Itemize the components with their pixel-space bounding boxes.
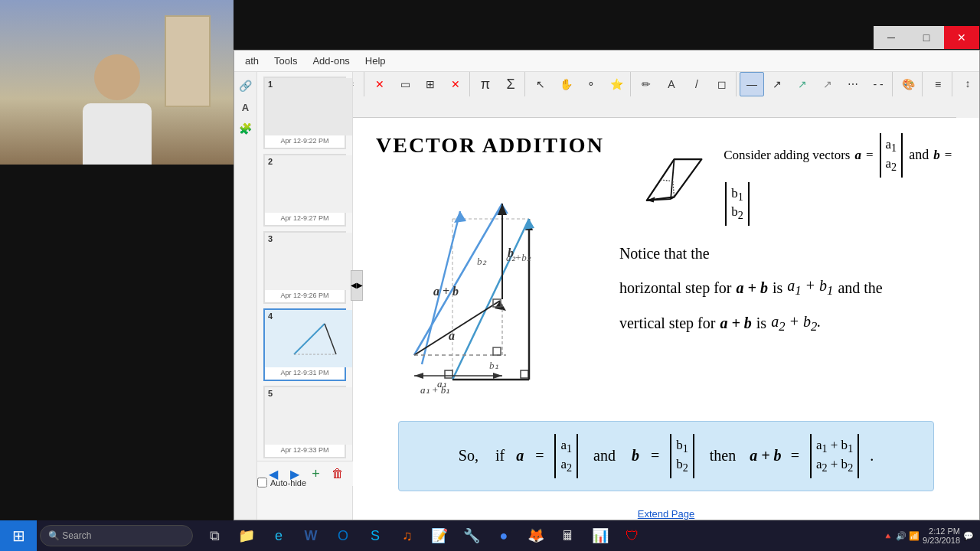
slide-thumb-2[interactable]: 2 Apr 12-9:27 PM bbox=[263, 154, 346, 227]
notification-btn[interactable]: 💬 bbox=[963, 531, 974, 541]
tb-circle-btn[interactable]: ⚬ bbox=[579, 72, 603, 96]
slide-num-4: 4 bbox=[268, 311, 273, 321]
tb-pi-btn[interactable]: π bbox=[473, 72, 498, 96]
font-btn[interactable]: A bbox=[237, 98, 255, 116]
firefox-btn[interactable]: 🦊 bbox=[521, 520, 551, 551]
slide-thumb-3[interactable]: 3 Apr 12-9:26 PM bbox=[263, 231, 346, 304]
system-tray: 🔺 🔊 📶 bbox=[883, 531, 920, 541]
tb-arrow1-btn[interactable]: ↗ bbox=[765, 72, 789, 96]
bold-a: a bbox=[854, 148, 861, 163]
settings-icon2[interactable]: ↕ bbox=[956, 72, 979, 95]
app10-btn[interactable]: 🛡 bbox=[617, 520, 648, 551]
ab-bold-1: a + b bbox=[737, 276, 768, 300]
notice-text: Notice that the bbox=[619, 241, 956, 266]
taskbar-pinned-apps: ⧉ 📁 e W O S ♫ 📝 🔧 ● 🦊 🖩 📊 🛡 bbox=[199, 520, 648, 551]
outlook-btn[interactable]: O bbox=[328, 520, 358, 551]
task-view-btn[interactable]: ⧉ bbox=[199, 520, 230, 551]
tb-delete2-btn[interactable]: ✕ bbox=[443, 72, 468, 96]
add-slide-btn[interactable]: + bbox=[307, 465, 325, 483]
tb-table-btn[interactable]: ⊞ bbox=[418, 72, 443, 96]
menu-math[interactable]: ath bbox=[237, 52, 266, 70]
slide-thumb-1[interactable]: 1 Apr 12-9:22 PM bbox=[263, 77, 346, 149]
menubar: ath Tools Add-ons Help bbox=[234, 51, 979, 72]
action-sidebar: 🔗 A 🧩 bbox=[234, 72, 257, 520]
autohide-label: Auto-hide bbox=[270, 478, 306, 487]
minimize-button[interactable]: ─ bbox=[874, 26, 909, 49]
skype-btn[interactable]: S bbox=[360, 520, 390, 551]
svg-marker-12 bbox=[524, 219, 534, 230]
file-explorer-btn[interactable]: 📁 bbox=[231, 520, 262, 551]
tb-line-btn[interactable]: / bbox=[684, 72, 709, 96]
tb-line1-btn[interactable]: — bbox=[740, 72, 764, 96]
autohide-area: Auto-hide bbox=[257, 478, 306, 487]
tb-text-btn[interactable]: A bbox=[659, 72, 684, 96]
menu-help[interactable]: Help bbox=[358, 52, 394, 70]
equals2: = bbox=[945, 148, 952, 163]
formula-box: So, if a = a1 a2 and b = b1 b2 then a + … bbox=[398, 421, 934, 491]
svg-line-16 bbox=[673, 181, 675, 197]
tb-shape-btn[interactable]: ◻ bbox=[710, 72, 734, 96]
bold-a2: a bbox=[516, 447, 524, 465]
taskbar-time: 2:12 PM 9/23/2018 bbox=[923, 527, 960, 545]
tb-delete-red[interactable]: ✕ bbox=[368, 72, 392, 96]
slide-thumb-5[interactable]: 5 Apr 12-9:33 PM bbox=[263, 386, 346, 458]
word-btn[interactable]: W bbox=[296, 520, 326, 551]
svg-line-11 bbox=[452, 219, 529, 380]
slide-date-2: Apr 12-9:27 PM bbox=[265, 213, 345, 225]
app7-btn[interactable]: 🔧 bbox=[456, 520, 487, 551]
tb-list-btn[interactable]: ≡ bbox=[926, 72, 950, 96]
notepad-btn[interactable]: 📝 bbox=[424, 520, 455, 551]
tb-arrow3-btn[interactable]: ↗ bbox=[815, 72, 840, 96]
ab-bold-2: a + b bbox=[720, 311, 751, 335]
slide-num-5: 5 bbox=[268, 389, 273, 398]
slide-panel: 1 Apr 12-9:22 PM 2 Apr 12-9:27 PM 3 Apr … bbox=[257, 72, 353, 520]
tb-arrow2-btn[interactable]: ↗ bbox=[790, 72, 815, 96]
consider-text: Consider adding vectors bbox=[724, 148, 850, 163]
taskbar-search[interactable]: 🔍 Search bbox=[40, 525, 193, 546]
taskbar-right: 🔺 🔊 📶 2:12 PM 9/23/2018 💬 bbox=[883, 527, 980, 545]
toolbar-group-draw: ✏ A / ◻ bbox=[632, 72, 737, 96]
calc-btn[interactable]: 🖩 bbox=[553, 520, 583, 551]
chrome-btn[interactable]: ● bbox=[488, 520, 519, 551]
tb-pencil-btn[interactable]: ✏ bbox=[634, 72, 658, 96]
horiz-step-line: horizontal step for a + b is a1 + b1 and… bbox=[619, 273, 956, 302]
a2b2: a2 + b2. bbox=[771, 309, 821, 337]
edge-btn[interactable]: e bbox=[263, 520, 294, 551]
bold-b: b bbox=[933, 148, 940, 163]
tb-star-btn[interactable]: ⭐ bbox=[604, 72, 629, 96]
remove-slide-btn[interactable]: 🗑 bbox=[328, 465, 347, 483]
vert-step-line: vertical step for a + b is a2 + b2. bbox=[619, 309, 956, 337]
toolbar-group-tools: ↖ ✋ ⚬ ⭐ bbox=[527, 72, 631, 96]
main-content: VECTOR ADDITION bbox=[353, 118, 979, 520]
app9-btn[interactable]: 📊 bbox=[585, 520, 616, 551]
slide-date-4: Apr 12-9:31 PM bbox=[265, 367, 345, 380]
tb-cursor-btn[interactable]: ↖ bbox=[528, 72, 553, 96]
if-label: if bbox=[495, 447, 505, 465]
tb-rect-btn[interactable]: ▭ bbox=[393, 72, 417, 96]
slide-thumb-4[interactable]: 4 Apr 12-9:31 PM bbox=[263, 308, 346, 381]
menu-tools[interactable]: Tools bbox=[266, 52, 305, 70]
link-btn[interactable]: 🔗 bbox=[237, 77, 255, 95]
autohide-checkbox[interactable] bbox=[257, 478, 267, 487]
and-label2: and bbox=[593, 447, 616, 465]
toolbar-group-math: π Σ bbox=[472, 72, 525, 96]
slide-num-1: 1 bbox=[268, 80, 273, 89]
winamp-btn[interactable]: ♫ bbox=[392, 520, 423, 551]
slide-num-2: 2 bbox=[268, 157, 273, 166]
matrix-result: a1 + b1 a2 + b2 bbox=[810, 434, 859, 478]
collapse-handle[interactable]: ◀▶ bbox=[351, 270, 363, 301]
maximize-button[interactable]: □ bbox=[909, 26, 944, 49]
tb-dashline-btn[interactable]: - - bbox=[866, 72, 890, 96]
extend-page-link[interactable]: Extend Page bbox=[638, 508, 694, 520]
horiz-label: horizontal step for bbox=[619, 276, 732, 300]
tb-dotline-btn[interactable]: ⋯ bbox=[841, 72, 865, 96]
tb-hand-btn[interactable]: ✋ bbox=[554, 72, 578, 96]
ab-sum: a + b bbox=[750, 447, 781, 465]
tb-sigma-btn[interactable]: Σ bbox=[498, 72, 523, 96]
start-button[interactable]: ⊞ bbox=[0, 520, 37, 551]
close-button[interactable]: ✕ bbox=[944, 26, 979, 49]
toolbar-group-colors: 🎨 bbox=[894, 72, 923, 96]
tb-color-palette[interactable]: 🎨 bbox=[896, 72, 920, 96]
puzzle-btn[interactable]: 🧩 bbox=[237, 119, 255, 138]
menu-addons[interactable]: Add-ons bbox=[305, 52, 357, 70]
